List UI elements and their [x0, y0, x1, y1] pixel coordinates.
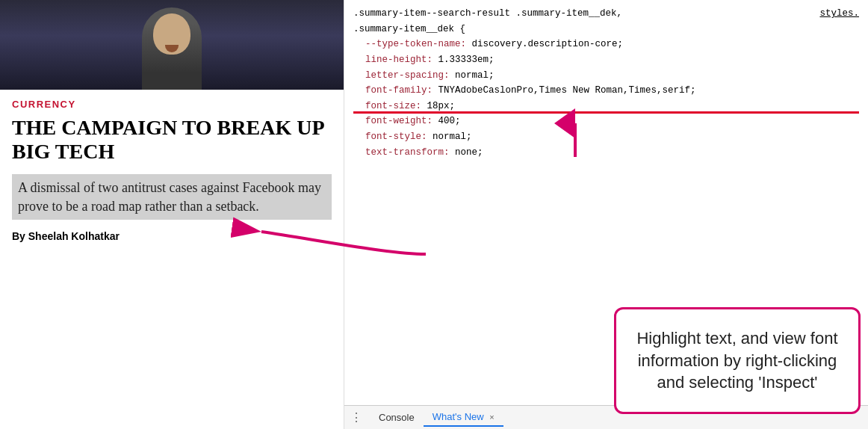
css-prop-font-style: font-style: normal; [353, 129, 859, 145]
css-prop-line-height: line-height: 1.33333em; [353, 52, 859, 68]
person-head [153, 13, 190, 55]
person-silhouette [142, 7, 202, 90]
tab-whats-new[interactable]: What's New × [424, 408, 503, 427]
tab-dots: ⋮ [350, 410, 362, 425]
article-byline: By Sheelah Kolhatkar [12, 230, 332, 242]
css-prop-type-token: --type-token-name: discovery.description… [353, 37, 859, 52]
css-prop-font-weight: font-weight: 400; [353, 114, 859, 129]
css-selector-1: .summary-item--search-result .summary-it… [353, 6, 859, 22]
tab-close-button[interactable]: × [489, 413, 494, 422]
category-label: CURRENCY [12, 99, 332, 110]
person-mouth [165, 45, 179, 52]
css-prop-font-size: font-size: 18px; [353, 99, 859, 114]
css-prop-text-transform: text-transform: none; [353, 145, 859, 161]
callout-box: Highlight text, and view font informatio… [614, 307, 861, 414]
css-styles-link[interactable]: styles. [819, 6, 859, 22]
font-size-underline [353, 111, 859, 114]
tab-console[interactable]: Console [370, 409, 424, 426]
article-title: THE CAMPAIGN TO BREAK UP BIG TECH [12, 116, 332, 164]
css-selector-2: .summary-item__dek { [353, 22, 859, 37]
article-image [0, 0, 344, 90]
article-content: CURRENCY THE CAMPAIGN TO BREAK UP BIG TE… [0, 90, 344, 251]
css-prop-letter-spacing: letter-spacing: normal; [353, 68, 859, 84]
callout-text: Highlight text, and view font informatio… [636, 329, 837, 392]
article-excerpt: A dismissal of two antitrust cases again… [12, 174, 332, 220]
article-panel: CURRENCY THE CAMPAIGN TO BREAK UP BIG TE… [0, 0, 344, 429]
css-prop-font-family: font-family: TNYAdobeCaslonPro,Times New… [353, 83, 859, 99]
